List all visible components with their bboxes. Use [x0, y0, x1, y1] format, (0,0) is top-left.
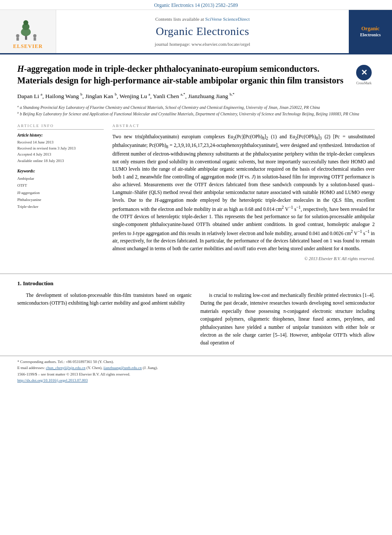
keywords-block: Keywords: Ambipolar OTFT H-aggregation P…	[17, 169, 104, 210]
journal-reference-bar: Organic Electronics 14 (2013) 2582–2589	[0, 0, 392, 10]
journal-reference-text: Organic Electronics 14 (2013) 2582–2589	[154, 3, 238, 8]
journal-title: Organic Electronics	[156, 25, 249, 38]
copyright-line: © 2013 Elsevier B.V. All rights reserved…	[112, 256, 375, 261]
svg-point-3	[23, 20, 28, 25]
svg-rect-7	[34, 37, 36, 41]
article-title-section: H-aggregation mode in triple-decker phth…	[17, 63, 375, 86]
journal-homepage: journal homepage: www.elsevier.com/locat…	[155, 41, 250, 47]
elsevier-logo-section: ELSEVIER	[0, 10, 56, 53]
crossmark-icon: ✕	[356, 65, 372, 80]
email-link-1[interactable]: chun_chenyl@ujn.edu.cn	[46, 366, 86, 370]
article-section: H-aggregation mode in triple-decker phth…	[0, 54, 392, 268]
sciverse-line: Contents lists available at SciVerse Sci…	[155, 16, 249, 22]
elsevier-brand-text: ELSEVIER	[13, 43, 43, 50]
article-body-two-col: ARTICLE INFO Article history: Received 1…	[17, 124, 375, 261]
journal-logo-right: Organic Electronics	[349, 10, 392, 53]
abstract-text: Two new tris(phthalocyaninato) europium …	[112, 133, 375, 253]
article-history-block: Article history: Received 14 June 2013 R…	[17, 133, 104, 164]
intro-right-col: is crucial to realizing low-cost and mec…	[201, 291, 375, 347]
received-date: Received 14 June 2013	[17, 139, 104, 145]
intro-heading: 1. Introduction	[17, 280, 375, 287]
affiliation-b: b b Beijing Key Laboratory for Science a…	[17, 111, 375, 117]
corresponding-author-note: * Corresponding authors. Tel.: +86 05318…	[17, 359, 375, 365]
elsevier-tree-icon	[10, 18, 46, 41]
svg-point-4	[16, 34, 19, 38]
article-title-text: H-aggregation mode in triple-decker phth…	[17, 63, 349, 86]
doi-line: http://dx.doi.org/10.1016/j.orgel.2013.0…	[17, 377, 375, 383]
intro-right-text: is crucial to realizing low-cost and mec…	[201, 291, 375, 347]
sciverse-link[interactable]: SciVerse ScienceDirect	[205, 16, 250, 22]
affiliations: a a Shandong Provincial Key Laboratory o…	[17, 104, 375, 118]
crossmark-badge[interactable]: ✕ CrossMark	[353, 65, 375, 85]
svg-rect-5	[16, 37, 19, 41]
online-date: Available online 18 July 2013	[17, 158, 104, 164]
history-label: Article history:	[17, 133, 104, 137]
doi-link[interactable]: http://dx.doi.org/10.1016/j.orgel.2013.0…	[17, 378, 88, 382]
journal-center-section: Contents lists available at SciVerse Sci…	[56, 10, 349, 53]
article-info-section-label: ARTICLE INFO	[17, 124, 104, 130]
authors-line: Dapan Li a, Hailong Wang b, Jinglan Kan …	[17, 92, 375, 101]
crossmark-label: CrossMark	[356, 81, 372, 85]
email-link-2[interactable]: jianzhuang@ustb.edu.cn	[103, 366, 142, 370]
journal-header: ELSEVIER Contents lists available at Sci…	[0, 10, 392, 54]
keyword-triple-decker: Triple-decker	[17, 203, 104, 210]
journal-logo-text: Organic Electronics	[360, 25, 381, 38]
introduction-section: 1. Introduction The development of solut…	[0, 280, 392, 356]
intro-left-col: The development of solution-processable …	[17, 291, 192, 347]
article-info-col: ARTICLE INFO Article history: Received 1…	[17, 124, 104, 261]
accepted-date: Accepted 4 July 2013	[17, 151, 104, 157]
abstract-section-label: ABSTRACT	[112, 124, 375, 130]
intro-two-col: The development of solution-processable …	[17, 291, 375, 347]
intro-left-text: The development of solution-processable …	[17, 291, 192, 307]
keyword-ambipolar: Ambipolar	[17, 175, 104, 182]
keywords-list: Ambipolar OTFT H-aggregation Phthalocyan…	[17, 175, 104, 210]
email-footnote: E-mail addresses: chun_chenyl@ujn.edu.cn…	[17, 365, 375, 371]
keyword-h-aggregation: H-aggregation	[17, 189, 104, 196]
article-title: H-aggregation mode in triple-decker phth…	[17, 63, 349, 86]
keyword-phthalocyanine: Phthalocyanine	[17, 196, 104, 203]
revised-date: Received in revised form 3 July 2013	[17, 145, 104, 151]
section-divider	[0, 274, 392, 274]
issn-line: 1566-1199/$ – see front matter © 2013 El…	[17, 371, 375, 377]
abstract-col: ABSTRACT Two new tris(phthalocyaninato) …	[112, 124, 375, 261]
svg-point-6	[33, 34, 37, 38]
keywords-label: Keywords:	[17, 169, 104, 173]
affiliation-a: a a Shandong Provincial Key Laboratory o…	[17, 104, 375, 111]
keyword-otft: OTFT	[17, 182, 104, 189]
footnote-section: * Corresponding authors. Tel.: +86 05318…	[0, 356, 392, 384]
